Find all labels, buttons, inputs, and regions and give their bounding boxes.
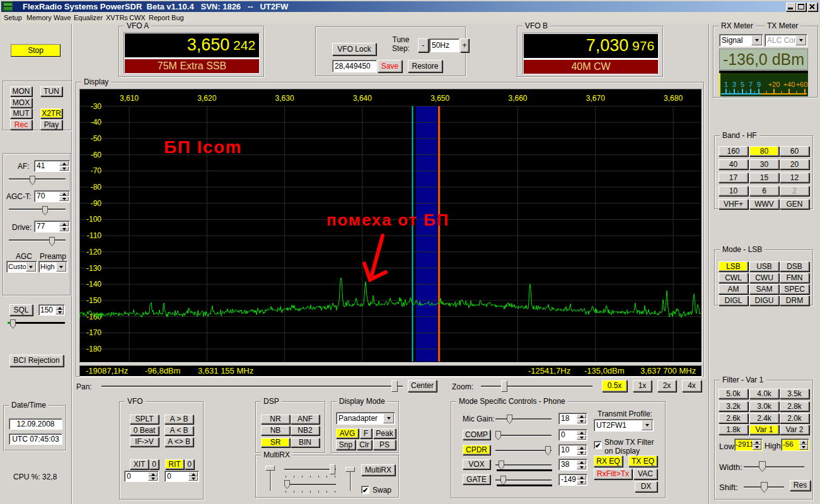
svg-text:-100: -100 [86,215,101,224]
svg-text:3,610: 3,610 [120,94,139,103]
svg-text:-80: -80 [91,183,102,192]
svg-text:3,620: 3,620 [197,94,216,103]
svg-text:3,630: 3,630 [275,94,294,103]
svg-text:+40: +40 [783,81,795,88]
svg-text:-70: -70 [91,166,102,175]
svg-text:7: 7 [749,81,753,88]
svg-text:-110: -110 [87,231,101,240]
svg-text:3,640: 3,640 [353,94,372,103]
svg-text:-150: -150 [86,296,101,305]
svg-text:-60: -60 [91,151,102,159]
svg-text:3,680: 3,680 [664,94,683,103]
svg-text:-170: -170 [86,328,101,337]
svg-text:3,670: 3,670 [586,94,605,103]
svg-text:-180: -180 [86,345,101,353]
svg-text:1: 1 [724,81,728,88]
svg-text:-120: -120 [86,248,101,256]
svg-text:3: 3 [732,81,736,88]
svg-text:3,660: 3,660 [508,94,527,103]
svg-text:9: 9 [757,81,761,88]
svg-text:+20: +20 [768,81,780,88]
svg-text:-130: -130 [86,264,101,273]
svg-text:-50: -50 [91,134,102,143]
svg-text:-30: -30 [91,102,102,111]
svg-text:5: 5 [741,81,744,88]
svg-text:-90: -90 [91,199,102,208]
svg-text:БП Icom: БП Icom [164,137,242,157]
svg-text:3,650: 3,650 [430,94,449,103]
svg-text:+60: +60 [796,81,808,88]
svg-text:-40: -40 [91,118,102,127]
svg-text:-140: -140 [86,280,101,289]
svg-text:помеха от БП: помеха от БП [326,210,449,229]
